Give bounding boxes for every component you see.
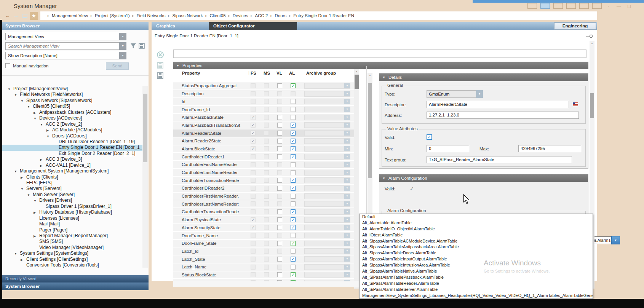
tree-expander-icon[interactable]: ▼	[27, 192, 33, 198]
al-checkbox[interactable]	[291, 194, 296, 199]
tree-item[interactable]: ▼Servers [Servers]	[2, 186, 142, 192]
dropdown-option[interactable]: Default	[360, 214, 593, 220]
property-row[interactable]: CardholderTransactionReade▼	[173, 208, 356, 215]
fs-checkbox[interactable]	[251, 131, 256, 136]
archive-group-select[interactable]: ▼	[304, 130, 350, 136]
breadcrumb-item[interactable]: Project (System1)	[95, 13, 129, 18]
tree-item[interactable]: ▶Clients [Clients]	[2, 174, 142, 180]
scroll-up-icon[interactable]: ▲	[368, 73, 372, 78]
text-group-field[interactable]: TxG_SIPass_Reader_AlarmState ▼	[427, 156, 572, 163]
property-row[interactable]: Latch_State▼	[173, 255, 356, 263]
vl-checkbox[interactable]	[277, 154, 282, 159]
tree-item[interactable]: ▼Main Server [Server]	[2, 192, 142, 198]
vl-checkbox[interactable]	[277, 225, 282, 230]
scrollbar-thumb[interactable]	[143, 94, 147, 162]
address-field[interactable]: 1.27.2.1_1.23.0	[427, 112, 579, 119]
chevron-down-icon[interactable]: ▼	[344, 139, 350, 144]
chevron-down-icon[interactable]: ▼	[344, 99, 350, 104]
property-row[interactable]: StatusPropagation.Aggregat▼	[173, 82, 356, 89]
tree-item[interactable]: ▶Report Manager [ReportManager]	[2, 233, 142, 239]
al-checkbox[interactable]	[291, 139, 296, 144]
al-checkbox[interactable]	[291, 123, 296, 128]
properties-section-header[interactable]: ▼Properties	[173, 62, 588, 69]
vl-checkbox[interactable]	[277, 115, 282, 120]
archive-group-select[interactable]: ▼	[304, 83, 350, 89]
al-checkbox[interactable]	[291, 265, 296, 270]
tree-expander-icon[interactable]: ▼	[34, 116, 39, 121]
tree-item[interactable]: ▶History Database [HistoryDatabase]	[2, 209, 142, 215]
breadcrumb-item[interactable]: Devices	[233, 13, 248, 18]
al-checkbox[interactable]	[291, 241, 296, 246]
layout-quad-icon[interactable]	[540, 3, 550, 9]
filter-input[interactable]	[173, 49, 586, 58]
tree-expander-icon[interactable]: ▶	[34, 110, 39, 116]
property-row[interactable]: Alarm.PassbackState▼	[173, 114, 356, 121]
al-checkbox[interactable]	[291, 162, 296, 167]
tab-object-configurator[interactable]: Object Configurator	[209, 22, 297, 30]
display-mode-selector[interactable]: Show Description [Name] ▼	[5, 52, 126, 59]
breadcrumb-item[interactable]: Entry Single Door 1 Reader EN	[293, 13, 354, 18]
chevron-down-icon[interactable]: ▼	[344, 107, 350, 112]
tree-expander-icon[interactable]: ▶	[46, 128, 52, 133]
property-row[interactable]: Latch_Id▼	[173, 247, 356, 255]
al-checkbox[interactable]	[291, 131, 296, 136]
engineering-button[interactable]: Engineering	[554, 22, 596, 30]
tree-item[interactable]: ▼Project [ManagementView]	[2, 86, 142, 92]
property-row[interactable]: Alarm.PassbackTransactionSt▼	[173, 121, 356, 129]
discard-icon[interactable]	[157, 51, 164, 60]
archive-group-select[interactable]: ▼	[304, 91, 350, 97]
fs-checkbox[interactable]	[251, 123, 256, 128]
tree-item[interactable]: Entry Single Door 1 Reader EN [Door_1_1]	[2, 145, 142, 150]
tree-expander-icon[interactable]: ▶	[40, 163, 46, 169]
archive-group-select[interactable]: ▼	[304, 256, 350, 262]
chevron-down-icon[interactable]: ▼	[119, 52, 126, 59]
al-checkbox[interactable]	[291, 249, 296, 254]
tree-item[interactable]: ▼Management System [ManagementSystem]	[2, 168, 142, 174]
chevron-down-icon[interactable]: ▼	[119, 33, 126, 40]
language-flag-icon[interactable]	[573, 102, 578, 106]
archive-group-select[interactable]: ▼	[304, 193, 350, 199]
chevron-down-icon[interactable]: ▼	[344, 249, 350, 254]
tab-graphics[interactable]: Graphics	[152, 22, 209, 30]
dropdown-option[interactable]: Alt_SipassAlarmTableNative.AlarmTable	[360, 268, 593, 274]
tree-expander-icon[interactable]: ▼	[27, 104, 33, 110]
tree-item[interactable]: ▼Doors [ACDoors]	[2, 133, 142, 139]
vl-checkbox[interactable]	[277, 257, 282, 262]
archive-group-select[interactable]: ▼	[304, 272, 350, 278]
scrollbar-thumb[interactable]	[590, 93, 594, 118]
property-row[interactable]: Alarm.SecurityState▼	[173, 224, 356, 231]
archive-group-select[interactable]: ▼	[304, 185, 350, 191]
dropdown-option[interactable]: Alt_SipassAlarmTableAntipassbackArea.Ala…	[360, 244, 593, 250]
tree-expander-icon[interactable]: ▶	[21, 175, 26, 180]
vl-checkbox[interactable]	[277, 139, 282, 144]
tree-item[interactable]: Sipass Driver 1 [SipassDriver_1]	[2, 204, 142, 209]
tree-item[interactable]: Exit Single Door 2 Reader [Door_2_1]	[2, 151, 142, 156]
forward-button[interactable]: →	[12, 12, 20, 20]
chevron-down-icon[interactable]: ▼	[344, 209, 350, 214]
vl-checkbox[interactable]	[277, 209, 282, 214]
al-checkbox[interactable]	[291, 233, 296, 238]
chevron-down-icon[interactable]: ▼	[344, 233, 350, 238]
archive-group-select[interactable]: ▼	[304, 201, 350, 207]
tree-expander-icon[interactable]: ▼	[21, 98, 26, 104]
dropdown-option[interactable]: Alt_SiPassAlarmTablePassback.AlarmTable	[360, 274, 593, 281]
archive-group-select[interactable]: ▼	[304, 241, 350, 246]
layout-wide-icon[interactable]	[592, 3, 602, 9]
fs-checkbox[interactable]	[251, 225, 256, 230]
property-row[interactable]: CardholderTransactionReade▼	[173, 177, 356, 184]
al-checkbox[interactable]	[291, 115, 296, 120]
tree-item[interactable]: ▼Drivers [Drivers]	[2, 198, 142, 203]
alarm-valid-check-icon[interactable]: ✓	[410, 186, 414, 192]
tree-item[interactable]: ▼Sipass Network [SipassNetwork]	[2, 98, 142, 104]
alarm-config-header[interactable]: ▼Alarm Configuration	[379, 174, 588, 182]
type-select[interactable]: GmsEnum ▼	[427, 90, 483, 98]
save-icon[interactable]	[157, 62, 163, 70]
dropdown-option[interactable]: Alt_Alarmtable.AlarmTable	[360, 220, 593, 226]
archive-group-select[interactable]: ▼	[304, 209, 350, 215]
layout-bottom-icon[interactable]	[553, 3, 563, 9]
chevron-down-icon[interactable]: ▼	[344, 170, 350, 175]
tree-item[interactable]: Conversion Tools [ConversionTools]	[2, 262, 142, 268]
save-edit-icon[interactable]	[157, 72, 163, 80]
archive-group-select[interactable]: ▼	[304, 122, 350, 128]
archive-group-select[interactable]: ▼	[304, 264, 350, 270]
